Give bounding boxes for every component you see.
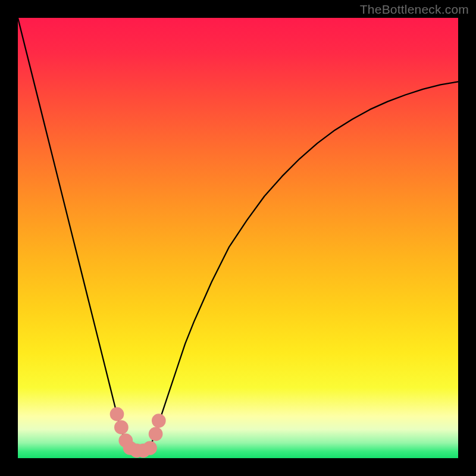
curve-marker xyxy=(143,441,157,455)
curve-marker xyxy=(149,427,163,441)
plot-area xyxy=(18,18,458,458)
curve-marker xyxy=(114,420,129,434)
chart-svg xyxy=(18,18,458,458)
chart-frame: TheBottleneck.com xyxy=(0,0,476,476)
watermark-text: TheBottleneck.com xyxy=(360,2,469,17)
gradient-background xyxy=(18,18,458,458)
curve-marker xyxy=(110,407,124,421)
curve-marker xyxy=(152,414,166,428)
